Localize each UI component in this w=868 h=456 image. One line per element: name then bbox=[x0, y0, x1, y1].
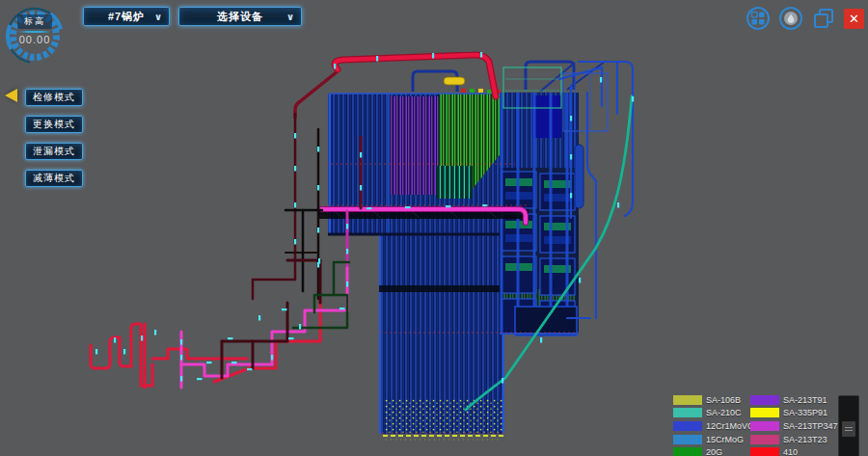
legend-label: 12Cr1MoVG bbox=[706, 421, 754, 431]
legend-swatch bbox=[673, 447, 702, 456]
chevron-down-icon: ∨ bbox=[286, 12, 294, 22]
close-icon: ✕ bbox=[849, 12, 859, 26]
droplet-gauge-button[interactable] bbox=[778, 6, 803, 31]
legend-label: SA-213TP347H bbox=[783, 421, 844, 431]
mode-button-leak[interactable]: 泄漏模式 bbox=[25, 143, 83, 160]
close-button[interactable]: ✕ bbox=[844, 9, 864, 29]
boiler-3d-model[interactable] bbox=[0, 0, 868, 456]
elevation-value: 00.00 bbox=[2, 34, 68, 45]
legend-swatch bbox=[750, 447, 779, 456]
legend-item: 15CrMoG bbox=[673, 433, 750, 446]
window-controls: ✕ bbox=[746, 6, 864, 31]
right-structure bbox=[500, 67, 608, 335]
legend-label: SA-213T91 bbox=[783, 395, 827, 405]
legend-item: 410 bbox=[750, 445, 851, 456]
legend-swatch bbox=[673, 395, 702, 405]
boiler-select[interactable]: #7锅炉 ∨ bbox=[83, 7, 170, 26]
dashboard-grid-icon bbox=[746, 6, 771, 31]
legend-label: SA-210C bbox=[706, 408, 742, 417]
legend-label: 15CrMoG bbox=[706, 435, 744, 444]
device-select-value: 选择设备 bbox=[217, 10, 263, 24]
legend-swatch bbox=[750, 421, 779, 431]
mode-button-thinning[interactable]: 减薄模式 bbox=[25, 170, 83, 187]
material-legend: SA-106BSA-210C12Cr1MoVG15CrMoG20GSA-213T… bbox=[673, 393, 851, 456]
mode-button-replace[interactable]: 更换模式 bbox=[25, 116, 83, 133]
legend-item: SA-213T91 bbox=[750, 393, 851, 407]
layers-copy-button[interactable] bbox=[811, 6, 836, 31]
boiler-body bbox=[328, 94, 525, 434]
legend-swatch bbox=[673, 435, 702, 444]
legend-swatch bbox=[750, 408, 779, 417]
elevation-gauge: 标高 00.00 bbox=[2, 2, 68, 67]
left-piping bbox=[91, 260, 349, 388]
boiler-select-value: #7锅炉 bbox=[108, 10, 145, 24]
dashboard-grid-button[interactable] bbox=[746, 6, 771, 31]
mode-button-overhaul[interactable]: 检修模式 bbox=[25, 89, 83, 106]
legend-item: 12Cr1MoVG bbox=[673, 419, 750, 433]
legend-label: 410 bbox=[783, 447, 798, 456]
boiler-baseline bbox=[383, 436, 504, 440]
droplet-gauge-icon bbox=[778, 6, 803, 31]
mode-panel: 检修模式 更换模式 泄漏模式 减薄模式 bbox=[25, 89, 83, 187]
main-viewport: 标高 00.00 #7锅炉 ∨ 选择设备 ∨ bbox=[0, 0, 868, 456]
legend-item: SA-213T23 bbox=[750, 433, 851, 446]
legend-item: SA-210C bbox=[673, 407, 750, 420]
device-select[interactable]: 选择设备 ∨ bbox=[178, 7, 302, 26]
legend-label: SA-335P91 bbox=[783, 408, 827, 417]
layers-copy-icon bbox=[811, 6, 836, 31]
legend-swatch bbox=[673, 421, 702, 431]
legend-item: SA-213TP347H bbox=[750, 419, 851, 433]
legend-item: 20G bbox=[673, 445, 750, 456]
legend-label: SA-106B bbox=[706, 395, 741, 405]
legend-label: SA-213T23 bbox=[783, 435, 827, 444]
gauge-divider bbox=[18, 31, 51, 33]
legend-scrollbar[interactable] bbox=[838, 395, 859, 456]
legend-swatch bbox=[750, 435, 779, 444]
legend-item: SA-106B bbox=[673, 393, 750, 407]
legend-swatch bbox=[673, 408, 702, 417]
legend-label: 20G bbox=[706, 447, 722, 456]
legend-item: SA-335P91 bbox=[750, 407, 851, 420]
legend-scrollbar-handle[interactable] bbox=[842, 421, 855, 437]
elevation-label: 标高 bbox=[17, 14, 52, 29]
legend-swatch bbox=[750, 395, 779, 405]
chevron-down-icon: ∨ bbox=[154, 12, 162, 22]
collapse-panel-arrow-icon[interactable] bbox=[5, 89, 17, 102]
